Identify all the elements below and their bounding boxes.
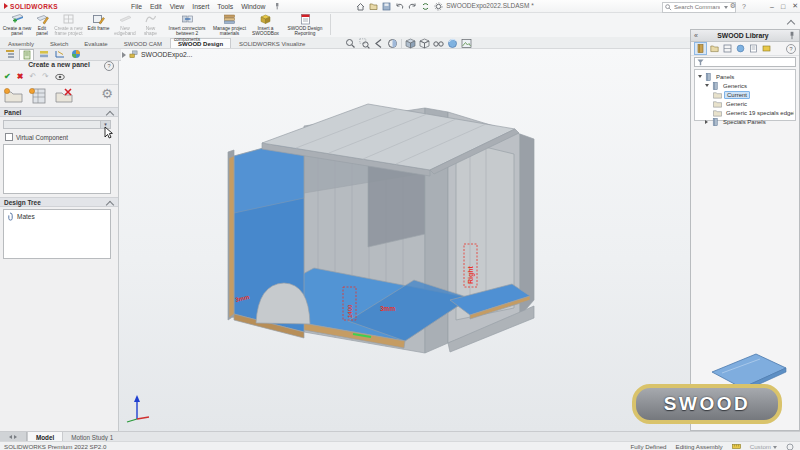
menu-insert[interactable]: Insert: [192, 3, 209, 10]
van-3d-model[interactable]: 3mm 1400 3mm Right: [118, 48, 690, 431]
panel-selection-listbox[interactable]: [3, 144, 111, 194]
collapsed-arrow-icon[interactable]: [705, 120, 708, 124]
display-style-icon[interactable]: [419, 38, 430, 49]
undo-icon[interactable]: ↶: [29, 72, 36, 81]
button-label: Manage project materials: [212, 26, 247, 37]
cancel-button[interactable]: ✖: [17, 72, 24, 81]
tab-assembly[interactable]: Assembly: [0, 38, 42, 48]
menu-window[interactable]: Window: [241, 3, 265, 10]
tree-node-generic-19[interactable]: Generic 19 specials edgebands: [696, 108, 794, 117]
units-selector[interactable]: Custom: [750, 443, 777, 450]
search-caret-icon[interactable]: [724, 6, 728, 9]
pm-divider: [0, 84, 118, 85]
menu-edit[interactable]: Edit: [150, 3, 162, 10]
units-icon[interactable]: [732, 443, 741, 450]
swood-design-reporting-button[interactable]: SWOOD Design Reporting: [284, 12, 326, 37]
previous-view-icon[interactable]: [373, 38, 384, 49]
graphics-viewport[interactable]: 3mm 1400 3mm Right SWOODExpo2...: [118, 48, 690, 431]
view-orientation-icon[interactable]: [405, 38, 416, 49]
preview-eye-icon[interactable]: [55, 73, 65, 81]
collapse-chevron-icon: [107, 202, 113, 208]
close-button[interactable]: ✕: [792, 2, 798, 10]
section-view-icon[interactable]: [387, 38, 398, 49]
pin-icon[interactable]: [788, 31, 796, 40]
redo-icon[interactable]: ↷: [42, 72, 49, 81]
library-filter-input[interactable]: [694, 57, 796, 67]
configurationmanager-tab[interactable]: [37, 49, 50, 59]
expanded-arrow-icon[interactable]: [705, 84, 709, 87]
tab-swood-cam[interactable]: SWOOD CAM: [116, 38, 170, 48]
search-input[interactable]: [674, 4, 720, 10]
menu-pin-icon[interactable]: [273, 2, 281, 10]
zoom-area-icon[interactable]: [359, 38, 370, 49]
help-icon[interactable]: ?: [742, 3, 746, 10]
menu-view[interactable]: View: [170, 3, 185, 10]
panel-from-folder-button[interactable]: [3, 87, 24, 104]
ok-button[interactable]: ✔: [4, 72, 11, 81]
tab-evaluate[interactable]: Evaluate: [76, 38, 115, 48]
featuremanager-tree-tab[interactable]: [3, 49, 16, 59]
insert-connectors-button[interactable]: Insert connectors between 2 components: [163, 12, 211, 37]
ribbon-collapse-icon[interactable]: [788, 21, 796, 27]
collapse-pane-icon[interactable]: «: [694, 32, 698, 39]
restore-button[interactable]: □: [781, 3, 785, 10]
apply-scene-icon[interactable]: [461, 38, 472, 49]
open-folder-icon[interactable]: [369, 2, 378, 11]
tree-node-panels[interactable]: Panels: [696, 72, 794, 81]
expanded-arrow-icon[interactable]: [698, 75, 702, 78]
create-new-panel-button[interactable]: Create a new panel: [2, 12, 32, 37]
save-icon[interactable]: [382, 2, 391, 11]
menu-file[interactable]: File: [131, 3, 142, 10]
edit-appearance-icon[interactable]: [447, 38, 458, 49]
tab-solidworks-visualize[interactable]: SOLIDWORKS Visualize: [231, 38, 313, 48]
home-icon[interactable]: [356, 2, 365, 11]
panel-name-combobox[interactable]: ▾: [3, 120, 111, 129]
tree-item-mates[interactable]: Mates: [6, 212, 108, 221]
propertymanager-tab[interactable]: [19, 49, 34, 60]
task-pane: « SWOOD Library ? Panels: [690, 29, 800, 431]
scroll-right-icon[interactable]: [14, 435, 17, 439]
dimxpertmanager-tab[interactable]: [53, 49, 66, 59]
create-new-frame-project-button[interactable]: Create a new frame project: [52, 12, 85, 37]
tree-node-current[interactable]: Current: [696, 90, 794, 99]
design-library-tab-icon[interactable]: [694, 42, 707, 55]
library-help-icon[interactable]: ?: [786, 44, 796, 54]
file-explorer-tab-icon[interactable]: [709, 43, 720, 54]
scroll-left-icon[interactable]: [9, 435, 12, 439]
manage-project-materials-button[interactable]: Manage project materials: [212, 12, 247, 37]
combo-dropdown-icon[interactable]: ▾: [100, 121, 110, 128]
panel-delete-button[interactable]: [53, 87, 74, 104]
zoom-fit-icon[interactable]: [345, 38, 356, 49]
tree-node-generic[interactable]: Generic: [696, 99, 794, 108]
design-tree-box[interactable]: Mates: [3, 209, 111, 259]
status-circle-icon[interactable]: [786, 443, 794, 450]
minimize-button[interactable]: –: [770, 3, 774, 10]
new-edgeband-button[interactable]: New edgeband: [112, 12, 138, 37]
panel-settings-gear-icon[interactable]: ⚙: [101, 86, 113, 101]
insert-swoodbox-button[interactable]: Insert a SWOODBox: [248, 12, 283, 37]
tree-node-label: Panels: [714, 74, 736, 80]
hide-show-items-icon[interactable]: [433, 38, 444, 49]
new-shape-button[interactable]: New shape: [139, 12, 162, 37]
swood-library-tab-icon[interactable]: [761, 43, 772, 54]
reporting-icon: [299, 13, 312, 25]
view-palette-tab-icon[interactable]: [722, 43, 733, 54]
command-search[interactable]: [662, 2, 736, 13]
displaymanager-tab[interactable]: [69, 49, 82, 59]
tree-node-specials-panels[interactable]: Specials Panels: [696, 117, 794, 126]
tab-sketch[interactable]: Sketch: [42, 38, 76, 48]
flyout-feature-tree[interactable]: SWOODExpo2...: [122, 50, 192, 59]
custom-properties-tab-icon[interactable]: [748, 43, 759, 54]
design-tree-section-header[interactable]: Design Tree: [0, 197, 118, 207]
menu-tools[interactable]: Tools: [217, 3, 233, 10]
panel-section-header[interactable]: Panel: [0, 107, 118, 117]
tree-node-generics[interactable]: Generics: [696, 81, 794, 90]
edit-panel-button[interactable]: Edit panel: [33, 12, 51, 37]
edit-frame-button[interactable]: Edit frame: [86, 12, 111, 37]
settings-gear-icon[interactable]: ⚙: [730, 2, 736, 10]
panel-from-template-button[interactable]: [28, 87, 49, 104]
pm-help-icon[interactable]: ?: [104, 61, 114, 71]
expand-arrow-icon[interactable]: [122, 52, 126, 58]
virtual-component-checkbox[interactable]: [5, 133, 13, 141]
appearances-tab-icon[interactable]: [735, 43, 746, 54]
